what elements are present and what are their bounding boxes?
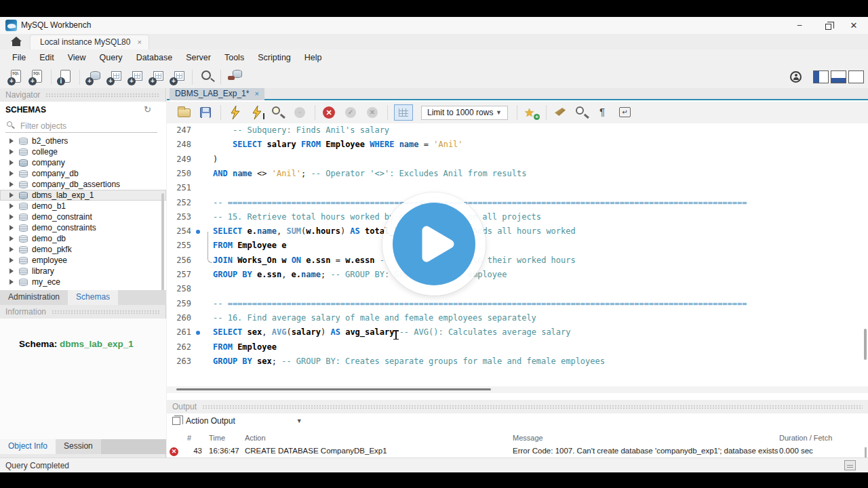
- expand-arrow-icon[interactable]: [9, 192, 14, 198]
- connection-tab-close-icon[interactable]: ×: [137, 38, 141, 46]
- editor-vertical-scrollbar[interactable]: [864, 329, 867, 360]
- schema-item-company_db[interactable]: company_db: [0, 168, 166, 179]
- editor-horizontal-scrollbar[interactable]: [167, 386, 868, 393]
- expand-arrow-icon[interactable]: [9, 160, 14, 165]
- video-play-button[interactable]: [382, 192, 486, 296]
- code-line-263[interactable]: 263GROUP BY sex; -- GROUP BY: Creates se…: [167, 354, 868, 369]
- create-view-icon[interactable]: +: [127, 68, 145, 86]
- toggle-invisibles-button[interactable]: ¶: [595, 104, 613, 121]
- code-line-261[interactable]: 261SELECT sex, AVG(salary) AS avg_salary…: [167, 325, 868, 340]
- reconnect-dbms-icon[interactable]: [226, 68, 244, 86]
- minimize-button[interactable]: –: [788, 17, 811, 34]
- output-view-dropdown[interactable]: Action Output ▼: [172, 416, 302, 426]
- schema-item-demo_pkfk[interactable]: demo_pkfk: [0, 244, 166, 255]
- find-button[interactable]: [574, 104, 591, 121]
- code-line-262[interactable]: 262FROM Employee: [167, 340, 868, 354]
- menu-edit[interactable]: Edit: [33, 51, 61, 64]
- toggle-right-sidebar-button[interactable]: [848, 70, 864, 83]
- home-icon[interactable]: [11, 37, 22, 46]
- form-editor-icon[interactable]: [844, 460, 856, 470]
- save-snippet-button[interactable]: ★+: [523, 104, 540, 121]
- toggle-output-panel-button[interactable]: [831, 70, 846, 83]
- code-line-250[interactable]: 250AND name <> 'Anil'; -- Operator '<>':…: [167, 167, 868, 181]
- execute-current-statement-button[interactable]: [248, 104, 266, 121]
- menu-query[interactable]: Query: [93, 51, 130, 64]
- schema-item-demo_db[interactable]: demo_db: [0, 233, 166, 244]
- code-line-249[interactable]: 249): [167, 152, 868, 167]
- search-table-data-icon[interactable]: [197, 68, 216, 86]
- schema-item-b2_others[interactable]: b2_others: [0, 136, 166, 146]
- code-line-255[interactable]: 255FROM Employee e: [167, 239, 868, 253]
- tab-schemas[interactable]: Schemas: [68, 290, 118, 305]
- code-line-252[interactable]: 252-- ==================================…: [167, 196, 868, 210]
- expand-arrow-icon[interactable]: [9, 258, 14, 263]
- open-script-button[interactable]: [176, 104, 193, 121]
- menu-file[interactable]: File: [5, 51, 33, 64]
- tab-administration[interactable]: Administration: [0, 290, 68, 305]
- code-line-254[interactable]: 254SELECT e.name, SUM(w.hours) AS total_…: [167, 224, 868, 239]
- code-line-257[interactable]: 257GROUP BY e.ssn, e.name; -- GROUP BY: …: [167, 268, 868, 282]
- schema-item-company_db_assertions[interactable]: company_db_assertions: [0, 179, 166, 190]
- expand-arrow-icon[interactable]: [9, 149, 14, 155]
- commit-button[interactable]: ✓: [342, 104, 360, 121]
- expand-arrow-icon[interactable]: [9, 268, 14, 274]
- user-account-icon[interactable]: [790, 71, 802, 83]
- menu-server[interactable]: Server: [179, 51, 218, 64]
- schema-list-scrollbar[interactable]: [161, 193, 164, 295]
- code-line-247[interactable]: 247 -- Subquery: Finds Anil's salary: [167, 123, 868, 138]
- code-line-256[interactable]: 256JOIN Works_On w ON e.ssn = w.essn -- …: [167, 253, 868, 268]
- open-sql-script-icon[interactable]: +: [28, 68, 46, 86]
- menu-tools[interactable]: Tools: [218, 51, 251, 64]
- menu-database[interactable]: Database: [130, 51, 180, 64]
- schema-item-demo_constraints[interactable]: demo_constraints: [0, 222, 166, 233]
- restore-button[interactable]: [816, 17, 840, 34]
- close-button[interactable]: ✕: [842, 17, 865, 34]
- schema-item-library[interactable]: library: [0, 266, 166, 277]
- expand-arrow-icon[interactable]: [9, 203, 14, 209]
- refresh-schemas-icon[interactable]: ↻: [144, 104, 151, 115]
- create-procedure-icon[interactable]: +: [148, 68, 166, 86]
- schema-item-employee[interactable]: employee: [0, 255, 166, 266]
- expand-arrow-icon[interactable]: [9, 279, 14, 285]
- toggle-wrap-button[interactable]: ↵: [617, 104, 635, 121]
- schema-item-demo_constraint[interactable]: demo_constraint: [0, 211, 166, 222]
- schema-item-my_ece[interactable]: my_ece: [0, 277, 166, 287]
- sql-code-area[interactable]: 247 -- Subquery: Finds Anil's salary248 …: [167, 123, 868, 371]
- output-row-43[interactable]: ✕4316:36:47CREATE DATABASE CompanyDB_Exp…: [167, 445, 868, 459]
- rollback-button[interactable]: ✕: [364, 104, 382, 121]
- schema-item-college[interactable]: college: [0, 146, 166, 157]
- editor-tab-close-icon[interactable]: ×: [254, 89, 258, 98]
- new-sql-tab-icon[interactable]: +: [7, 68, 25, 86]
- connection-tab[interactable]: Local instance MySQL80×: [30, 35, 149, 49]
- toggle-left-sidebar-button[interactable]: [813, 70, 829, 83]
- toggle-autocommit-button[interactable]: [394, 104, 413, 121]
- schema-filter-input[interactable]: Filter objects: [5, 119, 157, 133]
- menu-scripting[interactable]: Scripting: [251, 51, 298, 64]
- schema-item-demo_b1[interactable]: demo_b1: [0, 201, 166, 211]
- explain-plan-button[interactable]: [270, 104, 288, 121]
- row-limit-dropdown[interactable]: Limit to 1000 rows ▼: [421, 106, 508, 120]
- expand-arrow-icon[interactable]: [9, 236, 14, 241]
- toggle-stop-on-error-button[interactable]: ✕: [321, 104, 338, 121]
- menu-help[interactable]: Help: [298, 51, 329, 64]
- code-line-259[interactable]: 259-- ==================================…: [167, 297, 868, 311]
- code-line-251[interactable]: 251: [167, 181, 868, 195]
- stop-query-button[interactable]: ◦: [292, 104, 309, 121]
- editor-tab[interactable]: DBMS_LAB_Exp_1*×: [170, 88, 264, 100]
- beautify-query-button[interactable]: [552, 104, 570, 121]
- code-line-253[interactable]: 253-- 15. Retrieve total hours worked by…: [167, 210, 868, 224]
- save-script-button[interactable]: [197, 104, 215, 121]
- schema-item-company[interactable]: company: [0, 157, 166, 168]
- create-schema-icon[interactable]: +: [85, 68, 103, 86]
- expand-arrow-icon[interactable]: [9, 138, 14, 144]
- create-function-icon[interactable]: +: [169, 68, 187, 86]
- expand-arrow-icon[interactable]: [9, 225, 14, 230]
- create-table-icon[interactable]: +: [106, 68, 124, 86]
- schema-item-dbms_lab_exp_1[interactable]: dbms_lab_exp_1: [0, 190, 166, 201]
- execute-statements-button[interactable]: [226, 104, 244, 121]
- expand-arrow-icon[interactable]: [9, 247, 14, 252]
- inspector-icon[interactable]: i: [56, 68, 75, 86]
- code-line-260[interactable]: 260-- 16. Find average salary of male an…: [167, 311, 868, 325]
- expand-arrow-icon[interactable]: [9, 182, 14, 187]
- expand-arrow-icon[interactable]: [9, 171, 14, 176]
